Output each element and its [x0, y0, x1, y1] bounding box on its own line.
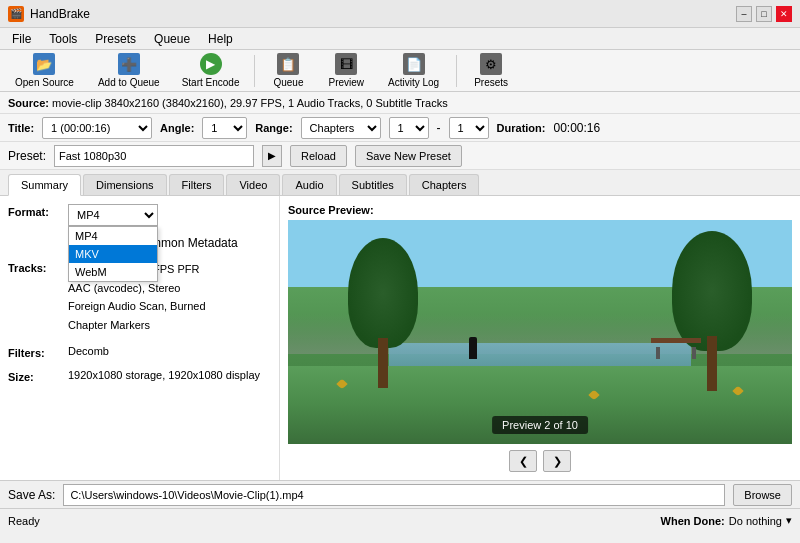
main-content: Format: MP4 MKV WebM MP4 MKV WebM Passth…	[0, 196, 800, 480]
add-to-queue-button[interactable]: ➕ Add to Queue	[89, 49, 169, 92]
preview-container: Preview 2 of 10	[288, 220, 792, 444]
save-as-input[interactable]	[63, 484, 725, 506]
tab-bar: Summary Dimensions Filters Video Audio S…	[0, 170, 800, 196]
menu-presets[interactable]: Presets	[87, 30, 144, 48]
when-done-arrow[interactable]: ▾	[786, 514, 792, 527]
filters-value: Decomb	[68, 345, 271, 357]
tracks-label: Tracks:	[8, 260, 68, 274]
size-row: Size: 1920x1080 storage, 1920x1080 displ…	[8, 369, 271, 383]
preview-nav: ❮ ❯	[288, 450, 792, 472]
status-bar: Ready When Done: Do nothing ▾	[0, 508, 800, 532]
tab-video[interactable]: Video	[226, 174, 280, 195]
add-queue-icon: ➕	[118, 53, 140, 75]
open-source-label: Open Source	[15, 77, 74, 88]
format-dropdown-container: MP4 MKV WebM MP4 MKV WebM	[68, 204, 158, 226]
menu-queue[interactable]: Queue	[146, 30, 198, 48]
left-panel: Format: MP4 MKV WebM MP4 MKV WebM Passth…	[0, 196, 280, 480]
queue-label: Queue	[273, 77, 303, 88]
right-panel: Source Preview:	[280, 196, 800, 480]
format-option-webm[interactable]: WebM	[69, 263, 157, 281]
preview-next-button[interactable]: ❯	[543, 450, 571, 472]
close-button[interactable]: ✕	[776, 6, 792, 22]
menu-help[interactable]: Help	[200, 30, 241, 48]
track-2: Foreign Audio Scan, Burned	[68, 297, 271, 316]
reload-button[interactable]: Reload	[290, 145, 347, 167]
when-done: When Done: Do nothing ▾	[661, 514, 792, 527]
title-bar-controls: – □ ✕	[736, 6, 792, 22]
tab-summary[interactable]: Summary	[8, 174, 81, 196]
range-from-select[interactable]: 1	[389, 117, 429, 139]
maximize-button[interactable]: □	[756, 6, 772, 22]
tree-right	[672, 231, 752, 391]
presets-label: Presets	[474, 77, 508, 88]
preview-label-btn: Preview	[328, 77, 364, 88]
save-new-preset-button[interactable]: Save New Preset	[355, 145, 462, 167]
tab-chapters[interactable]: Chapters	[409, 174, 480, 195]
angle-label: Angle:	[160, 122, 194, 134]
duration-value: 00:00:16	[553, 121, 600, 135]
angle-select[interactable]: 1	[202, 117, 247, 139]
size-label: Size:	[8, 369, 68, 383]
tab-filters[interactable]: Filters	[169, 174, 225, 195]
format-option-mkv[interactable]: MKV	[69, 245, 157, 263]
preview-button[interactable]: 🎞 Preview	[319, 49, 373, 92]
tree-left	[348, 238, 418, 388]
queue-icon: 📋	[277, 53, 299, 75]
format-row: Format: MP4 MKV WebM MP4 MKV WebM	[8, 204, 271, 226]
title-bar: 🎬 HandBrake – □ ✕	[0, 0, 800, 28]
activity-log-label: Activity Log	[388, 77, 439, 88]
range-to-select[interactable]: 1	[449, 117, 489, 139]
title-select[interactable]: 1 (00:00:16)	[42, 117, 152, 139]
source-value: movie-clip 3840x2160 (3840x2160), 29.97 …	[52, 97, 448, 109]
filters-label: Filters:	[8, 345, 68, 359]
presets-button[interactable]: ⚙ Presets	[465, 49, 517, 92]
preset-row: Preset: ▶ Reload Save New Preset	[0, 142, 800, 170]
tab-subtitles[interactable]: Subtitles	[339, 174, 407, 195]
track-3: Chapter Markers	[68, 316, 271, 335]
preset-input[interactable]	[54, 145, 254, 167]
bench-seat	[651, 338, 701, 343]
duration-label: Duration:	[497, 122, 546, 134]
preset-arrow-button[interactable]: ▶	[262, 145, 282, 167]
format-select[interactable]: MP4 MKV WebM	[68, 204, 158, 226]
queue-button[interactable]: 📋 Queue	[263, 49, 313, 92]
tab-dimensions[interactable]: Dimensions	[83, 174, 166, 195]
source-label: Source:	[8, 97, 49, 109]
preview-image	[288, 220, 792, 444]
minimize-button[interactable]: –	[736, 6, 752, 22]
source-bar: Source: movie-clip 3840x2160 (3840x2160)…	[0, 92, 800, 114]
range-label: Range:	[255, 122, 292, 134]
preview-icon: 🎞	[335, 53, 357, 75]
presets-icon: ⚙	[480, 53, 502, 75]
toolbar-separator-2	[456, 55, 457, 87]
app-icon: 🎬	[8, 6, 24, 22]
tree-left-crown	[348, 238, 418, 348]
tab-audio[interactable]: Audio	[282, 174, 336, 195]
bench-leg-left	[656, 347, 660, 359]
open-source-button[interactable]: 📂 Open Source	[6, 49, 83, 92]
preset-label: Preset:	[8, 149, 46, 163]
when-done-value[interactable]: Do nothing	[729, 515, 782, 527]
tree-left-trunk	[378, 338, 388, 388]
save-bar: Save As: Browse	[0, 480, 800, 508]
controls-row: Title: 1 (00:00:16) Angle: 1 Range: Chap…	[0, 114, 800, 142]
person-silhouette	[469, 337, 477, 359]
preview-section-label: Source Preview:	[288, 204, 792, 216]
range-type-select[interactable]: Chapters	[301, 117, 381, 139]
title-bar-left: 🎬 HandBrake	[8, 6, 90, 22]
status-ready: Ready	[8, 515, 40, 527]
menu-file[interactable]: File	[4, 30, 39, 48]
preview-overlay: Preview 2 of 10	[492, 416, 588, 434]
open-source-icon: 📂	[33, 53, 55, 75]
range-separator: -	[437, 121, 441, 135]
menu-bar: File Tools Presets Queue Help	[0, 28, 800, 50]
activity-log-button[interactable]: 📄 Activity Log	[379, 49, 448, 92]
format-option-mp4[interactable]: MP4	[69, 227, 157, 245]
browse-button[interactable]: Browse	[733, 484, 792, 506]
start-encode-label: Start Encode	[182, 77, 240, 88]
start-encode-button[interactable]: ▶ Start Encode	[175, 49, 247, 92]
preview-prev-button[interactable]: ❮	[509, 450, 537, 472]
when-done-label: When Done:	[661, 515, 725, 527]
menu-tools[interactable]: Tools	[41, 30, 85, 48]
bench-leg-right	[692, 347, 696, 359]
